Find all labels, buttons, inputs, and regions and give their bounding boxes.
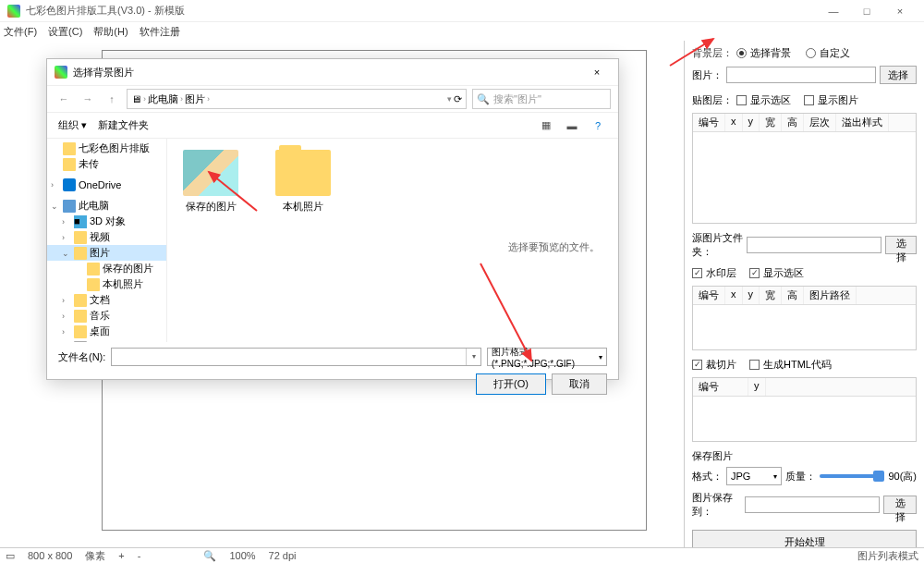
status-minus[interactable]: - (138, 550, 141, 561)
search-icon: 🔍 (477, 93, 490, 105)
format-label: 格式： (692, 470, 723, 483)
tree-music[interactable]: 音乐 (90, 309, 110, 323)
show-image-label: 显示图片 (818, 93, 858, 107)
menu-help[interactable]: 帮助(H) (93, 25, 128, 39)
select-bg-button[interactable]: 选择 (880, 66, 917, 84)
watermark-table[interactable]: 编号 x y 宽 高 图片路径 (692, 286, 917, 350)
status-size: 800 x 800 (28, 550, 72, 561)
file-saved-pictures[interactable]: 保存的图片 (178, 150, 243, 331)
file-camera-roll[interactable]: 本机照片 (271, 150, 335, 331)
close-button[interactable]: × (883, 0, 917, 22)
search-input[interactable]: 🔍 搜索"图片" (472, 89, 611, 109)
col-w: 宽 (760, 114, 782, 131)
format-select[interactable]: JPG▾ (726, 467, 782, 485)
src-folder-field[interactable] (747, 237, 881, 253)
status-unit: 像素 (85, 549, 105, 563)
open-button[interactable]: 打开(O) (476, 373, 546, 395)
quality-slider[interactable] (820, 474, 884, 478)
tree-pictures[interactable]: 图片 (90, 246, 110, 260)
organize-menu[interactable]: 组织 ▾ (58, 118, 87, 132)
view-icon[interactable]: ▦ (537, 116, 555, 135)
radio-custom-label: 自定义 (820, 46, 850, 60)
map-layer-label: 贴图层： (692, 93, 733, 107)
list-mode-label[interactable]: 图片列表模式 (857, 549, 918, 563)
minimize-button[interactable]: — (817, 0, 850, 22)
filename-label: 文件名(N): (58, 350, 105, 364)
dialog-close-button[interactable]: × (583, 67, 611, 78)
tree-saved[interactable]: 保存的图片 (103, 262, 153, 275)
radio-select-bg[interactable] (736, 48, 747, 58)
properties-panel: 背景层： 选择背景 自定义 图片： 选择 贴图层： 显示选区 显示图片 编号 x… (684, 41, 924, 547)
tree-camera[interactable]: 本机照片 (103, 277, 143, 291)
show-area2-label: 显示选区 (763, 266, 804, 280)
watermark-checkbox[interactable] (692, 268, 702, 278)
slice-label: 裁切片 (706, 358, 736, 372)
col2-num: 编号 (693, 287, 725, 304)
preview-icon[interactable]: ▬ (563, 116, 581, 135)
col3-num: 编号 (693, 378, 748, 396)
bg-image-field[interactable] (726, 67, 876, 83)
menu-file[interactable]: 文件(F) (4, 25, 37, 39)
col2-path: 图片路径 (804, 287, 857, 304)
breadcrumb-dropdown[interactable]: ▾ (447, 94, 452, 104)
status-dpi: 72 dpi (269, 550, 297, 561)
show-area-checkbox[interactable] (736, 95, 747, 105)
filetype-select[interactable]: 图片格式 (*.PNG;*.JPG;*.GIF) ▾ (487, 348, 607, 366)
refresh-icon[interactable]: ⟳ (454, 93, 462, 105)
tree-wei[interactable]: 未传 (79, 157, 99, 171)
filename-input[interactable]: ▾ (111, 348, 481, 366)
breadcrumb-pc[interactable]: 此电脑 (148, 92, 178, 106)
col2-y: y (743, 287, 760, 304)
gen-html-checkbox[interactable] (749, 360, 760, 370)
select-save-button[interactable]: 选择 (883, 496, 917, 514)
tree-desktop[interactable]: 桌面 (90, 324, 110, 338)
radio-custom[interactable] (806, 48, 816, 58)
save-to-label: 图片保存到： (692, 491, 741, 519)
status-plus[interactable]: + (118, 550, 124, 561)
start-process-button[interactable]: 开始处理 (692, 530, 917, 547)
help-icon[interactable]: ? (589, 116, 607, 135)
breadcrumb[interactable]: 🖥› 此电脑› 图片› ▾ ⟳ (127, 89, 467, 109)
select-src-button[interactable]: 选择 (885, 236, 917, 254)
tree-cdrive[interactable]: 本地磁盘 (C:) (90, 340, 150, 342)
map-layer-table[interactable]: 编号 x y 宽 高 层次 溢出样式 (692, 113, 917, 224)
folder-tree[interactable]: 七彩色图片排版 未传 ›OneDrive ⌄此电脑 ›■3D 对象 ›视频 ⌄图… (47, 139, 167, 342)
bg-layer-label: 背景层： (692, 46, 733, 60)
breadcrumb-folder[interactable]: 图片 (185, 92, 205, 106)
slice-table[interactable]: 编号 y (692, 377, 917, 442)
radio-select-bg-label: 选择背景 (750, 46, 791, 60)
image-label: 图片： (692, 68, 723, 82)
new-folder-button[interactable]: 新建文件夹 (98, 118, 149, 132)
slice-checkbox[interactable] (692, 360, 702, 370)
col2-x: x (725, 287, 743, 304)
filetype-value: 图片格式 (*.PNG;*.JPG;*.GIF) (492, 346, 599, 369)
app-icon (7, 5, 20, 18)
col-h: 高 (782, 114, 804, 131)
save-to-field[interactable] (745, 496, 880, 513)
col-y: y (743, 114, 760, 131)
src-folder-label: 源图片文件夹： (692, 231, 743, 259)
file-open-dialog: 选择背景图片 × ← → ↑ 🖥› 此电脑› 图片› ▾ ⟳ 🔍 搜索"图片" … (46, 58, 619, 380)
cancel-button[interactable]: 取消 (552, 373, 607, 395)
nav-forward-button[interactable]: → (79, 90, 97, 108)
tree-video[interactable]: 视频 (90, 230, 110, 244)
show-area-label: 显示选区 (750, 93, 791, 107)
tree-onedrive[interactable]: OneDrive (79, 179, 121, 190)
show-image-checkbox[interactable] (804, 95, 814, 105)
menu-settings[interactable]: 设置(C) (48, 25, 82, 39)
tree-app[interactable]: 七彩色图片排版 (79, 141, 150, 155)
preview-message: 选择要预览的文件。 (508, 240, 600, 254)
tree-3d[interactable]: 3D 对象 (90, 214, 126, 228)
menu-register[interactable]: 软件注册 (140, 25, 180, 39)
tree-docs[interactable]: 文档 (90, 293, 110, 307)
col2-h: 高 (782, 287, 804, 304)
watermark-label: 水印层 (706, 266, 736, 280)
nav-up-button[interactable]: ↑ (103, 90, 121, 108)
col-num: 编号 (693, 114, 725, 131)
tree-pc[interactable]: 此电脑 (79, 199, 109, 213)
dialog-icon (55, 66, 67, 79)
col2-w: 宽 (760, 287, 782, 304)
nav-back-button[interactable]: ← (55, 90, 73, 108)
show-area2-checkbox[interactable] (749, 268, 760, 278)
maximize-button[interactable]: □ (850, 0, 883, 22)
